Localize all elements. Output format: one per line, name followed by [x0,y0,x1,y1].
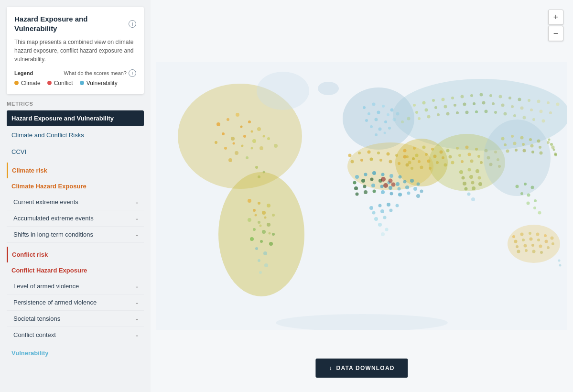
svg-point-245 [389,209,393,212]
svg-point-9 [222,132,225,135]
legend-label: Legend [14,70,33,76]
expandable-conflict-context[interactable]: Conflict context ⌄ [7,327,144,343]
svg-point-259 [522,239,525,241]
svg-point-143 [465,146,469,149]
svg-point-269 [517,250,520,253]
svg-point-33 [267,204,270,207]
svg-point-107 [418,117,421,120]
svg-point-237 [420,190,423,193]
svg-point-105 [540,110,543,113]
expandable-shifts-long-term[interactable]: Shifts in long-term conditions ⌄ [7,227,144,243]
svg-point-76 [413,104,416,107]
svg-point-172 [523,149,526,152]
svg-point-260 [530,238,533,241]
svg-point-119 [532,118,535,121]
svg-point-21 [240,126,243,128]
svg-point-4 [216,122,220,126]
expandable-current-extreme[interactable]: Current extreme events ⌄ [7,194,144,210]
svg-point-181 [527,202,530,205]
svg-point-267 [539,245,542,248]
svg-point-261 [537,239,540,241]
svg-point-178 [520,192,523,195]
svg-point-39 [267,223,270,227]
expandable-level-armed-violence[interactable]: Level of armed violence ⌄ [7,278,144,294]
svg-point-252 [512,235,515,238]
svg-point-283 [469,175,473,179]
svg-point-195 [412,157,415,160]
svg-point-72 [384,132,386,134]
svg-point-41 [262,230,266,234]
greenland [257,72,309,110]
svg-point-68 [370,125,373,128]
chevron-down-icon: ⌄ [135,316,139,322]
svg-point-14 [259,146,263,150]
svg-point-276 [554,153,557,156]
svg-point-218 [371,184,375,187]
vulnerability-dot [80,81,84,85]
expandable-persistence-armed-violence[interactable]: Persistence of armed violence ⌄ [7,294,144,311]
left-panel: Hazard Exposure and Vulnerability i This… [0,0,151,392]
svg-point-148 [458,154,461,157]
svg-point-266 [531,244,534,247]
map-container [151,0,573,392]
svg-point-36 [272,214,275,217]
zoom-controls: + − [548,10,563,41]
svg-point-159 [484,120,551,196]
svg-point-69 [378,128,382,131]
svg-point-197 [360,159,363,162]
svg-point-217 [363,185,367,188]
svg-point-188 [348,154,352,157]
info-icon[interactable]: i [129,20,136,28]
svg-point-190 [368,151,371,154]
svg-point-6 [236,113,239,117]
what-scores-icon[interactable]: i [129,69,136,77]
climate-hazard-exposure-header: Climate Hazard Exposure [7,179,144,193]
svg-point-49 [264,263,268,267]
svg-point-12 [252,139,256,143]
svg-point-48 [258,259,260,262]
climate-risk-header: Climate risk [8,163,144,178]
svg-point-248 [378,223,382,227]
svg-point-271 [532,250,536,253]
metric-item-ccvi[interactable]: CCVI [7,144,144,160]
svg-point-274 [550,143,553,146]
expandable-accumulated-extreme[interactable]: Accumulated extreme events ⌄ [7,210,144,227]
svg-point-160 [501,137,505,141]
svg-point-103 [520,107,524,110]
zoom-in-button[interactable]: + [548,10,563,25]
metric-item-ccr[interactable]: Climate and Conflict Risks [7,127,144,143]
what-scores-label[interactable]: What do the scores mean? i [64,69,136,77]
svg-point-265 [524,244,527,248]
svg-point-18 [228,158,232,162]
svg-point-53 [259,225,262,227]
svg-point-176 [524,183,527,185]
expandable-societal-tensions[interactable]: Societal tensions ⌄ [7,311,144,327]
svg-point-249 [385,228,389,231]
svg-point-200 [389,160,392,163]
svg-point-50 [259,271,262,274]
info-card-desc: This map presents a combined view on cli… [14,38,136,64]
svg-point-8 [257,127,261,131]
svg-point-279 [459,170,463,174]
zoom-out-button[interactable]: − [548,26,563,41]
svg-point-15 [224,147,227,150]
svg-point-185 [551,146,555,149]
svg-point-235 [417,183,420,186]
svg-point-285 [463,182,466,185]
map-area: + − [151,0,573,392]
svg-point-207 [389,174,393,178]
metric-item-hev[interactable]: Hazard Exposure and Vulnerability [7,110,144,126]
svg-point-115 [494,111,497,114]
svg-point-282 [462,176,465,180]
svg-point-65 [375,118,378,121]
svg-point-206 [381,173,385,176]
svg-point-239 [369,206,373,210]
svg-point-90 [547,101,550,104]
svg-point-35 [262,211,266,215]
svg-point-97 [463,103,466,106]
svg-point-42 [272,233,275,236]
data-download-button[interactable]: ↓ DATA DOWNLOAD [315,359,408,378]
svg-point-164 [537,140,541,143]
svg-point-189 [358,152,361,154]
svg-point-171 [515,149,518,152]
